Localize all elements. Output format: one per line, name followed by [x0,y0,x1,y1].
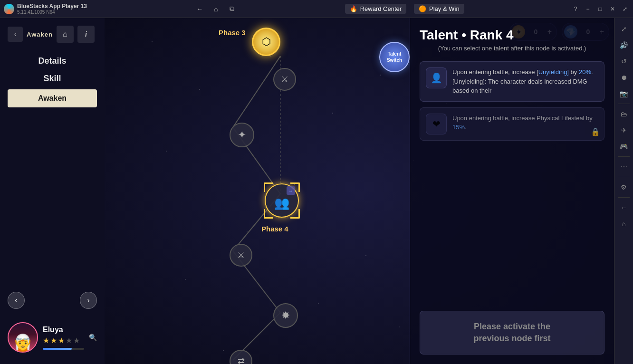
character-section: 🧝 Eluya ★ ★ ★ ★ ★ 🔍 [8,318,97,356]
talent-icon-1: 👤 [426,67,447,88]
toolbar-expand-icon[interactable]: ⤢ [617,22,631,36]
maximize-button[interactable]: □ [596,5,604,13]
skill-node-4[interactable]: ⚔ [230,244,252,267]
back-nav-button[interactable]: ← [194,3,205,15]
skill-node-2[interactable]: ✦ [230,123,254,147]
activate-button[interactable]: Please activate the previous node first [420,311,604,354]
minimize-button[interactable]: − [584,5,592,13]
star-5: ★ [73,336,80,345]
toolbar-flight-icon[interactable]: ✈ [617,123,631,137]
sidebar-home-button[interactable]: ⌂ [57,26,74,43]
talent-option-2[interactable]: ❤ Upon entering battle, increase Physica… [420,107,604,141]
play-win-icon: 🟠 [419,5,426,12]
character-info: Eluya ★ ★ ★ ★ ★ [43,326,84,350]
lifesteal-pct: 15% [452,124,465,131]
skill-node-1[interactable]: ⚔ [273,68,296,91]
details-label: Details [8,56,97,66]
starburst-icon: ✸ [281,309,290,322]
character-name: Eluya [43,326,84,334]
phase3-node[interactable]: ⬡ [252,28,280,56]
talent-text-1: Upon entering battle, increase [Unyieldi… [452,67,598,96]
sword-icon-2: ⚔ [237,250,245,260]
avatar-inner: 🧝 [9,323,37,352]
star-2: ★ [50,336,57,345]
unyielding-pct: 20% [579,68,591,76]
reward-center-label: Reward Center [360,5,402,12]
play-win-button[interactable]: 🟠 Play & Win [414,4,464,14]
game-logo-text: Awaken [27,31,53,38]
next-arrow-button[interactable]: › [80,292,97,309]
talent-subtitle: (You can select one talent after this no… [420,45,604,52]
app-version: 5.11.41.1005 N64 [17,10,87,15]
sidebar-header: ‹ Awaken ⌂ i [8,26,97,43]
app-info: BlueStacks App Player 13 5.11.41.1005 N6… [4,3,87,15]
nav-controls: ← ⌂ ⧉ [194,3,238,15]
expand-button[interactable]: ⤢ [621,5,629,13]
star-3: ★ [58,336,65,345]
app-name: BlueStacks App Player 13 [17,3,87,10]
sword-icon-1: ⚔ [281,74,288,85]
phase4-label: Phase 4 [261,225,288,233]
phase3-label: Phase 3 [219,29,246,37]
toolbar-settings-icon[interactable]: ⚙ [617,180,631,194]
star-1: ★ [43,336,49,345]
tabs-nav-button[interactable]: ⧉ [226,3,238,15]
activate-line1: Please activate the [430,321,595,333]
sidebar-back-button[interactable]: ‹ [8,27,23,42]
reward-center-button[interactable]: 🔥 Reward Center [345,4,406,14]
exp-fill [43,348,72,350]
talent-option-1[interactable]: 👤 Upon entering battle, increase [Unyiel… [420,61,604,102]
skill-node-phase4[interactable]: ↔ 👥 [265,183,299,218]
prev-arrow-button[interactable]: ‹ [8,292,25,309]
toolbar-record-icon[interactable]: ⏺ [617,70,631,85]
activate-line2: previous node first [430,333,595,345]
home-nav-button[interactable]: ⌂ [210,3,221,15]
help-button[interactable]: ? [571,5,580,13]
game-area: ⬡ Phase 3 ⚔ ✦ ↔ 👥 Phase 4 ⚔ ✸ ⇄ ✦ 0 + [105,18,614,364]
star-4: ★ [66,336,72,345]
character-avatar: 🧝 [8,322,38,353]
talent-switch-label: Talent Switch [387,51,402,63]
phase4-node-icon: 👥 [274,196,289,211]
toolbar-folder-icon[interactable]: 🗁 [617,107,631,121]
window-controls: ? − □ ✕ ⤢ [571,5,629,13]
spiral-icon: ✦ [238,129,246,141]
right-toolbar: ⤢ 🔊 ↺ ⏺ 📷 🗁 ✈ 🎮 ⋯ ⚙ ← ⌂ [614,18,633,364]
toolbar-volume-icon[interactable]: 🔊 [617,38,631,52]
toolbar-controls-icon[interactable]: 🎮 [617,139,631,153]
play-win-label: Play & Win [429,5,460,12]
skill-label: Skill [8,74,97,84]
skill-node-5[interactable]: ✸ [273,303,298,328]
top-center-actions: 🔥 Reward Center 🟠 Play & Win [345,4,464,14]
close-button[interactable]: ✕ [608,5,617,13]
toolbar-home-icon[interactable]: ⌂ [617,217,631,231]
search-icon[interactable]: 🔍 [89,334,97,341]
talent-switch-button[interactable]: Talent Switch [379,42,410,72]
toolbar-screenshot-icon[interactable]: 📷 [617,86,631,101]
toolbar-sep-1 [618,104,630,104]
left-sidebar: ‹ Awaken ⌂ i Details Skill Awaken ‹ › 🧝 … [0,18,105,364]
toolbar-sep-3 [618,177,630,177]
lock-icon: 🔒 [591,127,600,136]
unyielding-highlight: Unyielding] [538,68,569,76]
bluestacks-logo [4,4,14,14]
talent-title: Talent • Rank 4 [420,28,604,43]
exp-bar [43,348,84,350]
swap-icon: ⇄ [238,356,245,364]
sidebar-info-button[interactable]: i [77,26,95,43]
toolbar-rotate-icon[interactable]: ↺ [617,54,631,68]
reward-center-icon: 🔥 [350,5,357,12]
talent-text-2: Upon entering battle, increase Physical … [452,114,598,132]
toolbar-sep-4 [618,197,630,198]
right-panel: Talent • Rank 4 (You can select one tale… [410,18,614,364]
star-rating: ★ ★ ★ ★ ★ [43,336,84,345]
toolbar-more-icon[interactable]: ⋯ [617,160,631,174]
toolbar-sep-2 [618,156,630,157]
toolbar-back-icon[interactable]: ← [617,201,631,215]
game-logo: Awaken [27,31,53,38]
top-bar: BlueStacks App Player 13 5.11.41.1005 N6… [0,0,633,18]
awaken-button[interactable]: Awaken [8,89,97,107]
talent-icon-2: ❤ [426,114,447,134]
